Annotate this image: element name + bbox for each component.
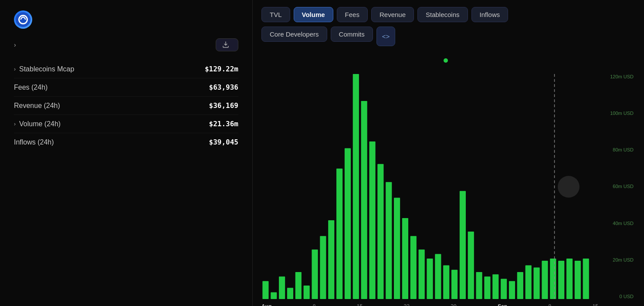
- left-panel: › › Stablecoins Mcap $129.22m Fees (24h)…: [0, 0, 253, 306]
- svg-rect-37: [550, 259, 556, 299]
- svg-rect-13: [353, 74, 359, 299]
- tooltip-dot: [444, 58, 448, 63]
- x-axis-label: 29: [451, 303, 456, 306]
- metric-label-text-fees: Fees (24h): [14, 84, 47, 91]
- svg-rect-2: [262, 281, 268, 299]
- svg-rect-22: [427, 259, 433, 299]
- svg-rect-5: [287, 288, 293, 299]
- metric-row-inflows: Inflows (24h) $39,045: [14, 133, 238, 151]
- metric-chevron-volume[interactable]: ›: [14, 121, 16, 127]
- svg-rect-41: [583, 259, 589, 299]
- metric-value-fees: $63,936: [209, 83, 238, 91]
- tabs-row-2-wrapper: Core DevelopersCommits <>: [261, 27, 635, 46]
- embed-button[interactable]: <>: [376, 27, 396, 46]
- svg-rect-15: [369, 141, 375, 299]
- svg-rect-12: [345, 148, 351, 299]
- metric-label-inflows: Inflows (24h): [14, 138, 54, 146]
- svg-rect-39: [566, 259, 573, 299]
- metric-label-text-stablecoins: Stablecoins Mcap: [19, 65, 74, 73]
- svg-rect-34: [525, 265, 532, 299]
- y-axis-label: 80m USD: [602, 147, 634, 152]
- bars-chart: [261, 74, 598, 299]
- x-axis-label: Aug: [261, 303, 271, 306]
- svg-rect-24: [443, 265, 449, 299]
- metric-label-stablecoins: › Stablecoins Mcap: [14, 65, 74, 73]
- tabs-row-2: Core DevelopersCommits: [261, 27, 373, 42]
- x-axis-label: 8: [549, 303, 552, 306]
- csv-download-button[interactable]: [216, 38, 238, 51]
- tab-core-developers[interactable]: Core Developers: [261, 27, 327, 42]
- svg-point-0: [16, 12, 31, 27]
- svg-rect-4: [279, 276, 285, 299]
- svg-rect-8: [312, 249, 318, 299]
- svg-rect-23: [435, 254, 441, 299]
- metric-row-volume[interactable]: › Volume (24h) $21.36m: [14, 115, 238, 133]
- tab-commits[interactable]: Commits: [331, 27, 373, 42]
- x-axis-label: Sep: [498, 303, 507, 306]
- x-axis: Aug8152229Sep815: [261, 303, 598, 306]
- embed-icon: <>: [382, 33, 390, 40]
- svg-rect-9: [320, 236, 326, 299]
- chart-area: 120m USD100m USD80m USD60m USD40m USD20m…: [261, 74, 635, 299]
- svg-rect-30: [492, 274, 498, 299]
- chain-logo: [14, 10, 32, 29]
- svg-rect-35: [534, 268, 540, 299]
- tab-volume[interactable]: Volume: [294, 7, 333, 22]
- chart-container: 120m USD100m USD80m USD60m USD40m USD20m…: [261, 52, 635, 299]
- tab-tvl[interactable]: TVL: [261, 7, 290, 22]
- metric-row-revenue: Revenue (24h) $36,169: [14, 97, 238, 115]
- svg-rect-16: [377, 164, 383, 299]
- svg-rect-20: [410, 236, 417, 299]
- x-axis-label: 15: [357, 303, 363, 306]
- svg-rect-19: [402, 218, 408, 299]
- tvl-row: ›: [14, 38, 238, 51]
- svg-rect-17: [386, 182, 392, 299]
- tabs-row-1: TVLVolumeFeesRevenueStablecoinsInflows: [261, 7, 635, 22]
- tab-inflows[interactable]: Inflows: [471, 7, 508, 22]
- svg-rect-11: [336, 168, 342, 299]
- tab-revenue[interactable]: Revenue: [371, 7, 414, 22]
- metric-value-revenue: $36,169: [209, 101, 238, 110]
- svg-rect-40: [575, 261, 581, 299]
- y-axis-label: 100m USD: [602, 111, 634, 116]
- svg-rect-32: [509, 281, 515, 299]
- tvl-expand-icon[interactable]: ›: [14, 41, 16, 48]
- metric-label-revenue: Revenue (24h): [14, 102, 60, 110]
- right-panel: TVLVolumeFeesRevenueStablecoinsInflows C…: [253, 0, 644, 306]
- svg-rect-36: [542, 261, 548, 299]
- svg-rect-6: [295, 272, 302, 299]
- metric-value-volume: $21.36m: [209, 120, 238, 128]
- metric-value-stablecoins: $129.22m: [205, 65, 238, 73]
- chart-tooltip: [444, 57, 453, 63]
- metrics-list: › Stablecoins Mcap $129.22m Fees (24h) $…: [14, 60, 238, 151]
- tooltip-value: [444, 58, 453, 63]
- x-axis-label: 15: [593, 303, 598, 306]
- tab-stablecoins[interactable]: Stablecoins: [417, 7, 468, 22]
- x-axis-label: 22: [404, 303, 410, 306]
- metric-label-volume: › Volume (24h): [14, 120, 61, 128]
- svg-rect-31: [501, 279, 507, 299]
- y-axis-label: 20m USD: [602, 257, 634, 262]
- svg-rect-29: [484, 276, 490, 299]
- svg-rect-25: [451, 270, 458, 299]
- chain-header: [14, 10, 238, 29]
- metric-label-text-volume: Volume (24h): [19, 120, 61, 128]
- x-axis-label: 8: [313, 303, 316, 306]
- svg-rect-3: [271, 292, 277, 299]
- tab-fees[interactable]: Fees: [337, 7, 368, 22]
- svg-rect-14: [361, 101, 367, 299]
- svg-rect-33: [517, 272, 523, 299]
- metric-row-stablecoins[interactable]: › Stablecoins Mcap $129.22m: [14, 60, 238, 78]
- y-axis-label: 0 USD: [602, 294, 634, 299]
- y-axis-label: 60m USD: [602, 184, 634, 189]
- download-icon: [222, 41, 229, 48]
- metric-row-fees: Fees (24h) $63,936: [14, 78, 238, 97]
- y-axis: 120m USD100m USD80m USD60m USD40m USD20m…: [600, 74, 635, 299]
- svg-rect-21: [419, 249, 425, 299]
- metric-chevron-stablecoins[interactable]: ›: [14, 66, 16, 72]
- svg-rect-38: [558, 261, 564, 299]
- metric-label-text-revenue: Revenue (24h): [14, 102, 60, 110]
- svg-rect-26: [460, 191, 466, 299]
- metric-label-fees: Fees (24h): [14, 84, 47, 91]
- metric-value-inflows: $39,045: [209, 138, 238, 146]
